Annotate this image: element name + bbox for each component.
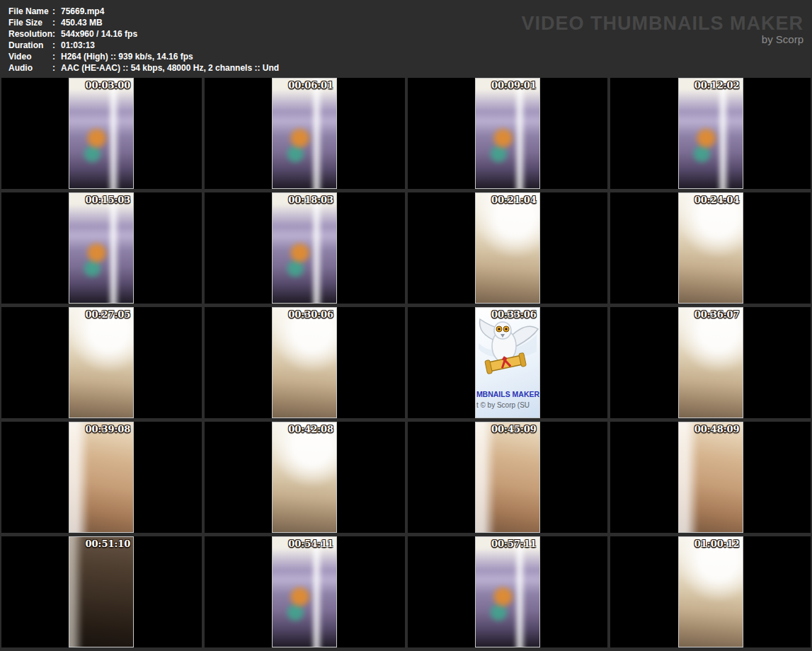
file-info-separator: :: [52, 40, 61, 51]
timestamp-label: 00:03:00: [86, 80, 131, 91]
timestamp-label: 00:21:04: [491, 195, 537, 205]
thumbnail-cell: 00:54:11: [205, 536, 405, 647]
video-thumbnail[interactable]: 00:18:03: [272, 192, 337, 304]
owl-logo-icon: [475, 315, 539, 380]
thumbnail-image-placeholder: [69, 78, 134, 189]
app-logo-subtitle: by Scorp: [522, 34, 804, 45]
video-thumbnail[interactable]: 00:27:05: [69, 307, 134, 418]
timestamp-label: 00:09:01: [491, 80, 537, 91]
video-thumbnail[interactable]: 00:15:03: [69, 192, 134, 304]
timestamp-label: 00:30:06: [288, 309, 333, 320]
thumbnail-cell: MBNAILS MAKER t © by Scorp (SU 00:33:06: [408, 307, 608, 418]
thumbnail-cell: 00:03:00: [1, 78, 202, 189]
watermark-title: MBNAILS MAKER: [476, 390, 539, 398]
thumbnail-image-placeholder: [272, 78, 337, 189]
thumbnail-image-placeholder: [272, 307, 337, 418]
thumbnail-image-placeholder: [69, 422, 134, 533]
file-info-value: AAC (HE-AAC) :: 54 kbps, 48000 Hz, 2 cha…: [61, 63, 279, 73]
timestamp-label: 00:57:11: [491, 538, 537, 549]
file-info-value: 75669.mp4: [61, 6, 104, 16]
thumbnail-cell: 00:39:08: [1, 422, 202, 533]
video-thumbnail[interactable]: 00:06:01: [272, 78, 337, 189]
timestamp-label: 00:24:04: [694, 195, 740, 205]
watermark-overlay: MBNAILS MAKER t © by Scorp (SU: [476, 308, 539, 417]
thumbnail-cell: 00:15:03: [1, 192, 202, 304]
thumbnail-cell: 01:00:12: [610, 536, 811, 647]
video-thumbnail[interactable]: 01:00:12: [678, 536, 743, 647]
thumbnail-image-placeholder: [678, 192, 743, 304]
video-thumbnail[interactable]: 00:21:04: [475, 192, 540, 304]
thumbnail-cell: 00:42:08: [205, 422, 405, 533]
timestamp-label: 01:00:12: [694, 538, 740, 549]
video-thumbnail[interactable]: 00:30:06: [272, 307, 337, 418]
file-info-value: H264 (High) :: 939 kb/s, 14.16 fps: [61, 52, 193, 62]
contact-sheet: File Name:75669.mp4 File Size:450.43 MB …: [0, 0, 812, 651]
timestamp-label: 00:39:08: [86, 424, 131, 434]
app-logo-title: VIDEO THUMBNAILS MAKER: [522, 13, 804, 34]
thumbnail-image-placeholder: [272, 536, 337, 647]
thumbnail-image-placeholder: [475, 192, 540, 304]
thumbnail-cell: 00:48:09: [610, 422, 811, 533]
video-thumbnail[interactable]: MBNAILS MAKER t © by Scorp (SU 00:33:06: [475, 307, 540, 418]
app-logo: VIDEO THUMBNAILS MAKER by Scorp: [522, 13, 804, 45]
file-info-value: 01:03:13: [61, 40, 95, 50]
file-info-label: Video: [8, 51, 52, 62]
thumbnail-image-placeholder: [678, 422, 743, 533]
thumbnail-image-placeholder: [272, 192, 337, 304]
video-thumbnail[interactable]: 00:42:08: [272, 422, 337, 533]
video-thumbnail[interactable]: 00:36:07: [678, 307, 743, 418]
timestamp-label: 00:33:06: [491, 309, 537, 320]
file-info-value: 544x960 / 14.16 fps: [61, 29, 137, 39]
file-info-separator: :: [52, 17, 61, 28]
video-thumbnail[interactable]: 00:03:00: [69, 78, 134, 189]
thumbnail-cell: 00:57:11: [408, 536, 608, 647]
thumbnail-image-placeholder: [475, 78, 540, 189]
thumbnail-image-placeholder: [69, 192, 134, 304]
file-info-row: Video:H264 (High) :: 939 kb/s, 14.16 fps: [8, 51, 812, 62]
thumbnail-image-placeholder: [678, 536, 743, 647]
thumbnail-image-placeholder: [475, 536, 540, 647]
timestamp-label: 00:18:03: [288, 195, 333, 205]
thumbnail-image-placeholder: [69, 307, 134, 418]
thumbnail-grid: 00:03:00 00:06:01 00:09:01 00:12:02 00:1…: [0, 78, 812, 651]
video-thumbnail[interactable]: 00:54:11: [272, 536, 337, 647]
timestamp-label: 00:15:03: [86, 195, 131, 205]
timestamp-label: 00:45:09: [491, 424, 537, 434]
file-info-panel: File Name:75669.mp4 File Size:450.43 MB …: [0, 0, 812, 78]
video-thumbnail[interactable]: 00:24:04: [678, 192, 743, 304]
file-info-label: File Size: [8, 17, 52, 28]
file-info-label: Resolution: [8, 28, 52, 40]
video-thumbnail[interactable]: 00:51:10: [69, 536, 134, 647]
thumbnail-image-placeholder: [678, 78, 743, 189]
thumbnail-cell: 00:18:03: [205, 192, 405, 304]
timestamp-label: 00:06:01: [288, 80, 333, 91]
video-thumbnail[interactable]: 00:45:09: [475, 422, 540, 533]
thumbnail-cell: 00:06:01: [205, 78, 405, 189]
watermark-copyright: t © by Scorp (SU: [476, 401, 530, 409]
timestamp-label: 00:12:02: [694, 80, 740, 91]
thumbnail-cell: 00:09:01: [408, 78, 608, 189]
thumbnail-image-placeholder: [69, 536, 134, 647]
file-info-separator: :: [52, 6, 61, 17]
video-thumbnail[interactable]: 00:09:01: [475, 78, 540, 189]
thumbnail-image-placeholder: [475, 422, 540, 533]
file-info-row: Audio:AAC (HE-AAC) :: 54 kbps, 48000 Hz,…: [8, 62, 812, 74]
video-thumbnail[interactable]: 00:39:08: [69, 422, 134, 533]
video-thumbnail[interactable]: 00:57:11: [475, 536, 540, 647]
file-info-separator: :: [52, 51, 61, 62]
file-info-separator: :: [52, 62, 61, 74]
timestamp-label: 00:42:08: [288, 424, 333, 434]
thumbnail-cell: 00:51:10: [1, 536, 202, 647]
timestamp-label: 00:27:05: [86, 309, 131, 320]
thumbnail-cell: 00:21:04: [408, 192, 608, 304]
file-info-separator: :: [52, 28, 61, 40]
thumbnail-cell: 00:30:06: [205, 307, 405, 418]
file-info-value: 450.43 MB: [61, 18, 103, 28]
thumbnail-cell: 00:27:05: [1, 307, 202, 418]
file-info-label: File Name: [8, 6, 52, 17]
thumbnail-cell: 00:24:04: [610, 192, 811, 304]
video-thumbnail[interactable]: 00:12:02: [678, 78, 743, 189]
thumbnail-image-placeholder: [272, 422, 337, 533]
video-thumbnail[interactable]: 00:48:09: [678, 422, 743, 533]
file-info-label: Duration: [8, 40, 52, 51]
